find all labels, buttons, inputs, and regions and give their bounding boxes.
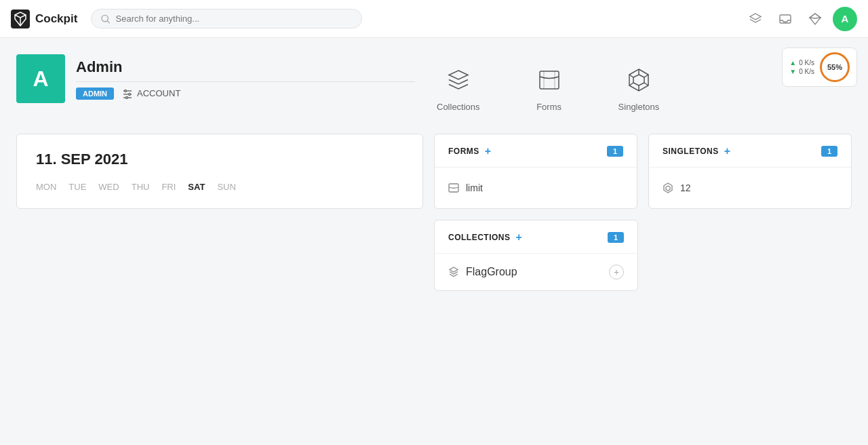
- svg-point-11: [126, 96, 128, 98]
- weekdays: MON TUE WED THU FRI SAT SUN: [36, 182, 403, 192]
- svg-marker-24: [664, 183, 672, 193]
- svg-line-19: [629, 83, 633, 85]
- forms-item-icon: [448, 182, 459, 193]
- gauge-value: 55%: [827, 63, 842, 71]
- search-input[interactable]: [116, 14, 353, 24]
- svg-line-17: [629, 75, 633, 77]
- collections-nav-label: Collections: [437, 102, 480, 112]
- svg-point-9: [129, 93, 131, 95]
- svg-marker-16: [633, 75, 644, 85]
- sliders-icon: [122, 88, 133, 99]
- user-avatar-button[interactable]: A: [833, 7, 857, 31]
- forms-item-label: limit: [466, 182, 483, 193]
- weekday-tue: TUE: [68, 182, 86, 192]
- inbox-icon: [778, 12, 792, 26]
- logo-area: Cockpit: [11, 9, 77, 28]
- forms-item-limit[interactable]: limit: [448, 178, 623, 197]
- inbox-button[interactable]: [773, 7, 797, 31]
- nav-forms[interactable]: Forms: [534, 65, 564, 112]
- search-bar[interactable]: [91, 9, 362, 28]
- upload-value: 0 K/s: [799, 59, 814, 66]
- diamond-icon: [808, 12, 822, 26]
- collections-item-flaggroup[interactable]: FlagGroup +: [448, 265, 624, 279]
- singletons-item-12[interactable]: 12: [663, 178, 837, 197]
- singletons-header: SINGLETONS + 1: [649, 134, 851, 168]
- app-title: Cockpit: [35, 12, 77, 26]
- nav-collections[interactable]: Collections: [437, 65, 480, 112]
- weekday-fri: FRI: [161, 182, 176, 192]
- nav-singletons[interactable]: Singletons: [618, 65, 660, 112]
- weekday-sun: SUN: [217, 182, 235, 192]
- download-row: ▼ 0 K/s: [789, 68, 814, 75]
- profile-section: A Admin ADMIN: [16, 54, 437, 103]
- forms-title-row: FORMS +: [448, 145, 491, 157]
- forms-count-badge: 1: [607, 146, 623, 157]
- diamond-button[interactable]: [803, 7, 827, 31]
- search-icon: [101, 14, 110, 24]
- logo-icon: [11, 9, 30, 28]
- collections-item-left: FlagGroup: [448, 266, 517, 278]
- account-link[interactable]: ACCOUNT: [122, 88, 180, 99]
- collections-title: COLLECTIONS: [448, 233, 511, 242]
- date-title: 11. SEP 2021: [36, 151, 403, 168]
- forms-add-button[interactable]: +: [485, 145, 491, 157]
- singletons-title: SINGLETONS: [663, 147, 719, 156]
- singletons-count-badge: 1: [821, 146, 837, 157]
- perf-stats: ▲ 0 K/s ▼ 0 K/s: [789, 59, 814, 75]
- collections-card: COLLECTIONS + 1 FlagGroup +: [434, 220, 638, 291]
- svg-rect-12: [540, 71, 559, 89]
- svg-line-20: [644, 83, 648, 85]
- header: Cockpit A: [0, 0, 868, 38]
- collections-title-row: COLLECTIONS +: [448, 231, 522, 244]
- profile-actions: ADMIN ACCOUNT: [76, 88, 415, 100]
- singletons-card: SINGLETONS + 1 12: [648, 134, 852, 209]
- singletons-item-icon: [663, 182, 673, 193]
- profile-info: Admin ADMIN: [76, 58, 415, 100]
- weekday-wed: WED: [98, 182, 119, 192]
- forms-title: FORMS: [448, 147, 479, 156]
- layers-button[interactable]: [743, 7, 768, 31]
- collections-body: FlagGroup +: [435, 254, 637, 290]
- download-value: 0 K/s: [799, 68, 814, 75]
- profile-divider: [76, 81, 415, 82]
- singletons-item-label: 12: [680, 182, 691, 193]
- upload-row: ▲ 0 K/s: [789, 59, 814, 66]
- forms-nav-label: Forms: [536, 102, 561, 112]
- singletons-nav-label: Singletons: [618, 102, 660, 112]
- weekday-sat: SAT: [188, 182, 205, 192]
- forms-body: limit: [435, 168, 637, 208]
- collections-nav-icon: [443, 65, 473, 95]
- weekday-mon: MON: [36, 182, 56, 192]
- forms-header: FORMS + 1: [435, 134, 637, 168]
- singletons-body: 12: [649, 168, 851, 208]
- svg-line-2: [108, 20, 110, 22]
- download-arrow-icon: ▼: [789, 68, 796, 75]
- collections-item-icon: [448, 267, 459, 277]
- collections-header: COLLECTIONS + 1: [435, 220, 637, 254]
- account-label: ACCOUNT: [137, 88, 180, 98]
- svg-marker-25: [666, 186, 670, 191]
- upload-arrow-icon: ▲: [789, 59, 796, 66]
- forms-nav-icon: [534, 65, 564, 95]
- singletons-title-row: SINGLETONS +: [663, 145, 730, 157]
- collections-add-button[interactable]: +: [516, 231, 522, 244]
- gauge: 55%: [820, 52, 850, 82]
- profile-avatar: A: [16, 54, 65, 103]
- date-card: 11. SEP 2021 MON TUE WED THU FRI SAT SUN: [16, 134, 423, 209]
- svg-marker-5: [810, 14, 821, 18]
- collections-item-add-icon[interactable]: +: [609, 265, 624, 279]
- singletons-add-button[interactable]: +: [724, 145, 730, 157]
- weekday-thu: THU: [132, 182, 150, 192]
- layers-icon: [749, 12, 762, 26]
- singletons-nav-icon: [624, 65, 654, 95]
- main-content: A Admin ADMIN: [0, 38, 868, 307]
- admin-badge: ADMIN: [76, 88, 114, 100]
- header-icons: A: [743, 7, 857, 31]
- icon-nav: Collections Forms: [437, 65, 659, 112]
- forms-card: FORMS + 1 limit: [434, 134, 637, 209]
- svg-line-18: [644, 75, 648, 77]
- perf-widget: ▲ 0 K/s ▼ 0 K/s 55%: [782, 47, 857, 87]
- svg-marker-4: [810, 14, 821, 24]
- collections-count-badge: 1: [608, 232, 624, 243]
- profile-name: Admin: [76, 58, 415, 76]
